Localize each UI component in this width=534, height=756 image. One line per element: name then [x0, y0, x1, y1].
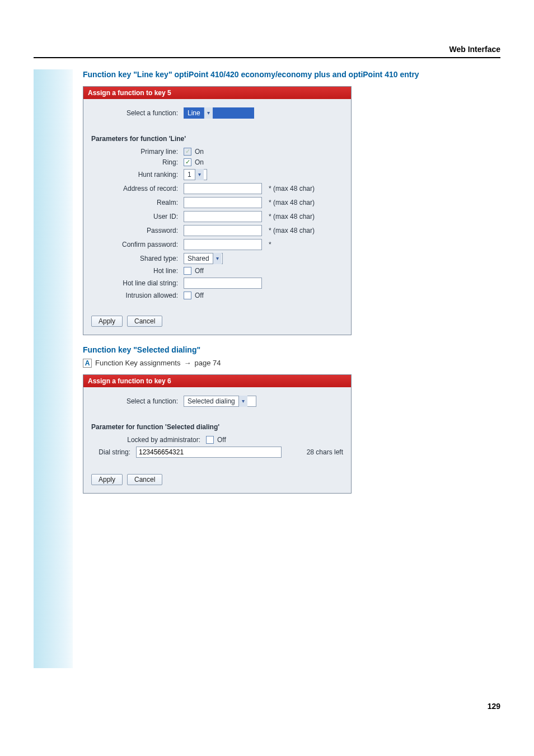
primary-line-on: On — [195, 148, 204, 156]
address-of-record-input[interactable] — [184, 183, 262, 194]
user-id-note: * (max 48 char) — [269, 213, 315, 220]
panel1-params-heading: Parameters for function 'Line' — [83, 129, 351, 145]
panel2-title: Assign a function to key 6 — [83, 375, 351, 387]
select-function-label-2: Select a function: — [91, 397, 184, 405]
password-label: Password: — [91, 227, 184, 234]
confirm-password-input[interactable] — [184, 239, 262, 250]
reference-line: A Function Key assignments → page 74 — [83, 359, 500, 368]
reference-page: page 74 — [194, 359, 221, 367]
ring-label: Ring: — [91, 158, 184, 166]
intrusion-allowed-label: Intrusion allowed: — [91, 292, 184, 299]
cancel-button[interactable]: Cancel — [127, 316, 162, 327]
ring-checkbox[interactable]: ✓ — [184, 158, 191, 166]
select-function-dropdown[interactable]: Line ▾ — [184, 107, 254, 119]
dial-string-label: Dial string: — [91, 448, 136, 456]
select-function-label: Select a function: — [91, 109, 184, 117]
panel1-title: Assign a function to key 5 — [83, 87, 351, 99]
hunt-ranking-label: Hunt ranking: — [91, 171, 184, 179]
page-number: 129 — [34, 668, 500, 711]
shared-type-label: Shared type: — [91, 255, 184, 262]
shared-type-dropdown[interactable]: Shared ▾ — [184, 253, 223, 264]
select-function-value-2: Selected dialing — [188, 397, 235, 405]
apply-button[interactable]: Apply — [91, 316, 123, 327]
section2-heading: Function key "Selected dialing" — [83, 345, 500, 354]
chevron-down-icon: ▾ — [238, 396, 247, 407]
address-of-record-note: * (max 48 char) — [269, 185, 315, 192]
intrusion-allowed-checkbox[interactable] — [184, 292, 191, 299]
user-id-label: User ID: — [91, 213, 184, 220]
hot-line-off: Off — [195, 267, 204, 275]
user-id-input[interactable] — [184, 211, 262, 222]
select-function-dropdown-2[interactable]: Selected dialing ▾ — [184, 396, 256, 407]
locked-by-admin-off: Off — [217, 436, 226, 444]
apply-button-2[interactable]: Apply — [91, 474, 123, 485]
chevron-down-icon: ▾ — [213, 253, 222, 264]
assign-function-key6-panel: Assign a function to key 6 Select a func… — [83, 374, 352, 494]
realm-input[interactable] — [184, 197, 262, 208]
hunt-ranking-dropdown[interactable]: 1 ▾ — [184, 169, 207, 180]
realm-note: * (max 48 char) — [269, 199, 315, 206]
header-section: Web Interface — [34, 45, 500, 58]
chevron-down-icon: ▾ — [195, 169, 204, 180]
cancel-button-2[interactable]: Cancel — [127, 474, 162, 485]
password-note: * (max 48 char) — [269, 227, 315, 234]
hot-line-dial-string-label: Hot line dial string: — [91, 279, 184, 287]
margin-blue-bar — [34, 69, 73, 668]
assign-function-key5-panel: Assign a function to key 5 Select a func… — [83, 86, 352, 335]
locked-by-admin-checkbox[interactable] — [206, 436, 214, 444]
select-function-value: Line — [188, 109, 200, 117]
chars-left: 28 chars left — [307, 448, 343, 456]
realm-label: Realm: — [91, 199, 184, 206]
panel2-params-heading: Parameter for function 'Selected dialing… — [83, 417, 351, 433]
arrow-right-icon: → — [184, 359, 191, 367]
hot-line-dial-string-input[interactable] — [184, 278, 262, 289]
confirm-password-label: Confirm password: — [91, 241, 184, 248]
hot-line-label: Hot line: — [91, 267, 184, 275]
ring-on: On — [195, 158, 204, 166]
confirm-password-note: * — [269, 241, 271, 248]
password-input[interactable] — [184, 225, 262, 236]
intrusion-allowed-off: Off — [195, 292, 204, 299]
hot-line-checkbox[interactable] — [184, 267, 191, 275]
a-badge-icon: A — [83, 359, 92, 368]
primary-line-checkbox: ✓ — [184, 148, 191, 156]
chevron-down-icon: ▾ — [204, 107, 213, 119]
locked-by-admin-label: Locked by administrator: — [91, 436, 206, 444]
shared-type-value: Shared — [188, 255, 209, 262]
margin-column — [34, 69, 73, 668]
primary-line-label: Primary line: — [91, 148, 184, 156]
address-of-record-label: Address of record: — [91, 185, 184, 192]
dial-string-input[interactable] — [136, 447, 282, 458]
hunt-ranking-value: 1 — [188, 171, 191, 179]
reference-text: Function Key assignments — [95, 359, 180, 367]
section1-heading: Function key "Line key" optiPoint 410/42… — [83, 69, 500, 81]
